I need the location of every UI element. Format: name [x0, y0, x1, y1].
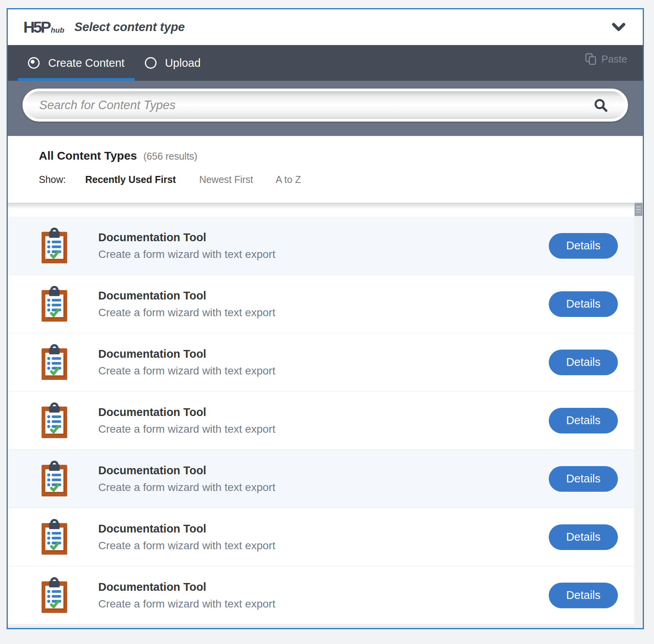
documentation-tool-icon — [41, 227, 68, 264]
logo-brand: H5P — [23, 19, 50, 35]
search-band — [8, 81, 643, 136]
documentation-tool-icon — [41, 402, 68, 439]
search-bar — [23, 89, 628, 122]
details-button[interactable]: Details — [549, 466, 618, 492]
content-type-row[interactable]: Documentation Tool Create a form wizard … — [8, 450, 634, 508]
documentation-tool-icon — [41, 460, 68, 497]
dialog-titlebar: H5Phub Select content type — [8, 9, 643, 45]
content-type-row[interactable]: Documentation Tool Create a form wizard … — [8, 275, 634, 333]
active-tab-underline — [18, 78, 135, 81]
results-count: (656 results) — [143, 151, 197, 162]
content-type-list: Documentation Tool Create a form wizard … — [8, 203, 634, 625]
results-title-row: All Content Types (656 results) — [39, 149, 643, 162]
content-type-text: Documentation Tool Create a form wizard … — [98, 289, 549, 319]
content-type-title: Documentation Tool — [98, 231, 549, 244]
content-type-description: Create a form wizard with text export — [98, 423, 549, 435]
tab-upload-label: Upload — [165, 57, 201, 70]
tab-upload[interactable]: Upload — [135, 45, 211, 81]
documentation-tool-icon — [41, 344, 68, 381]
logo-hub-suffix: hub — [51, 26, 64, 35]
dialog-title: Select content type — [75, 20, 185, 34]
details-button[interactable]: Details — [549, 291, 618, 317]
scrollbar-grip-icon — [636, 206, 641, 212]
content-type-text: Documentation Tool Create a form wizard … — [98, 406, 549, 435]
scrollbar-thumb[interactable] — [635, 203, 642, 216]
details-button[interactable]: Details — [549, 524, 618, 550]
documentation-tool-icon — [41, 519, 68, 555]
details-button[interactable]: Details — [549, 583, 618, 608]
chevron-down-icon — [612, 23, 626, 32]
h5p-hub-logo: H5Phub — [23, 19, 64, 35]
content-type-row[interactable]: Documentation Tool Create a form wizard … — [8, 217, 634, 275]
content-type-title: Documentation Tool — [98, 581, 549, 594]
documentation-tool-icon — [41, 285, 68, 322]
details-button[interactable]: Details — [549, 408, 618, 433]
h5p-hub-dialog: H5Phub Select content type Create Conten… — [7, 8, 644, 629]
content-type-row[interactable]: Documentation Tool Create a form wizard … — [8, 392, 634, 450]
content-type-description: Create a form wizard with text export — [98, 540, 549, 552]
content-type-title: Documentation Tool — [98, 348, 549, 360]
content-type-description: Create a form wizard with text export — [98, 365, 549, 377]
hub-tabbar: Create Content Upload Paste — [8, 45, 643, 81]
content-type-text: Documentation Tool Create a form wizard … — [98, 348, 549, 377]
content-type-text: Documentation Tool Create a form wizard … — [98, 464, 549, 494]
details-button[interactable]: Details — [549, 350, 618, 375]
content-type-title: Documentation Tool — [98, 464, 549, 477]
content-type-description: Create a form wizard with text export — [98, 248, 549, 261]
scrollbar[interactable] — [634, 203, 643, 628]
sort-row: Show: Recently Used First Newest First A… — [39, 174, 643, 185]
search-input[interactable] — [25, 91, 625, 119]
tab-create-content-label: Create Content — [48, 57, 125, 70]
content-type-text: Documentation Tool Create a form wizard … — [98, 231, 549, 261]
content-type-row[interactable]: Documentation Tool Create a form wizard … — [8, 566, 634, 625]
radio-unselected-icon — [145, 57, 157, 69]
sort-option-recently-used[interactable]: Recently Used First — [85, 174, 176, 185]
content-type-title: Documentation Tool — [98, 289, 549, 302]
results-header: All Content Types (656 results) Show: Re… — [8, 136, 643, 203]
content-type-description: Create a form wizard with text export — [98, 481, 549, 494]
content-type-text: Documentation Tool Create a form wizard … — [98, 522, 549, 552]
paste-button[interactable]: Paste — [585, 53, 628, 65]
content-type-description: Create a form wizard with text export — [98, 306, 549, 319]
content-type-row[interactable]: Documentation Tool Create a form wizard … — [8, 508, 634, 566]
documentation-tool-icon — [41, 577, 68, 614]
sort-option-a-to-z[interactable]: A to Z — [276, 174, 301, 185]
details-button[interactable]: Details — [549, 233, 618, 259]
radio-selected-icon — [28, 57, 40, 69]
paste-icon — [585, 53, 597, 65]
collapse-panel-button[interactable] — [612, 23, 626, 32]
content-type-list-area: Documentation Tool Create a form wizard … — [8, 203, 643, 628]
content-type-title: Documentation Tool — [98, 406, 549, 419]
tab-create-content[interactable]: Create Content — [18, 45, 135, 81]
results-title: All Content Types — [39, 149, 137, 162]
paste-label: Paste — [602, 53, 628, 65]
content-type-text: Documentation Tool Create a form wizard … — [98, 581, 549, 610]
sort-label: Show: — [39, 174, 66, 185]
search-icon[interactable] — [593, 98, 608, 113]
content-type-row[interactable]: Documentation Tool Create a form wizard … — [8, 333, 634, 392]
sort-option-newest-first[interactable]: Newest First — [199, 174, 253, 185]
content-type-description: Create a form wizard with text export — [98, 598, 549, 610]
content-type-title: Documentation Tool — [98, 522, 549, 535]
